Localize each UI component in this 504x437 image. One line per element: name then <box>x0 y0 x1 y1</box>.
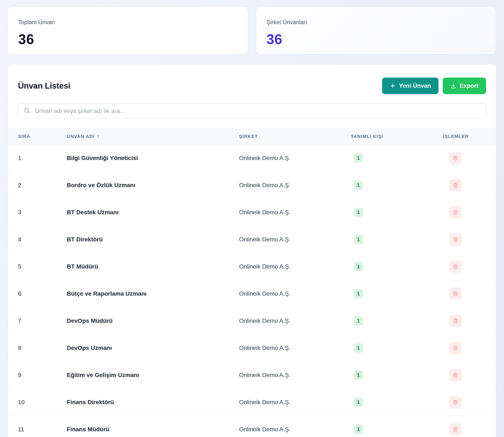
table-row: 7 DevOps Müdürü Onlineik Demo A.Ş. 1 <box>8 307 496 334</box>
column-header-islemler: İşlemler <box>443 134 486 139</box>
actions-cell <box>443 423 486 436</box>
company-name: Onlineik Demo A.Ş. <box>239 236 351 243</box>
sort-ascending-icon: ↑ <box>97 133 100 140</box>
delete-button[interactable] <box>449 342 462 354</box>
delete-button[interactable] <box>449 233 462 246</box>
title-name: Finans Direktörü <box>67 399 239 406</box>
delete-button[interactable] <box>449 423 462 436</box>
trash-icon <box>453 264 458 269</box>
actions-cell <box>443 342 486 354</box>
table-row: 10 Finans Direktörü Onlineik Demo A.Ş. 1 <box>8 389 496 416</box>
delete-button[interactable] <box>449 315 462 327</box>
header-actions: Yeni Ünvan Export <box>382 78 486 94</box>
title-name: BT Direktörü <box>67 236 239 243</box>
export-button-label: Export <box>459 82 478 89</box>
actions-cell <box>443 260 486 273</box>
column-header-sirket[interactable]: Şirket <box>239 134 351 139</box>
assigned-count-badge: 1 <box>354 289 363 298</box>
table-row: 8 DevOps Uzmanı Onlineik Demo A.Ş. 1 <box>8 334 496 362</box>
table-body: 1 Bilgi Güvenliği Yöneticisi Onlineik De… <box>8 145 496 437</box>
title-name: DevOps Müdürü <box>67 318 239 324</box>
actions-cell <box>443 233 486 246</box>
page: Toplam Ünvan 36 Şirket Ünvanları 36 Ünva… <box>0 0 504 437</box>
row-index: 11 <box>18 426 67 433</box>
assigned-count-cell: 1 <box>351 153 443 163</box>
title-list-card: Ünvan Listesi Yeni Ünvan Export <box>8 64 496 437</box>
delete-button[interactable] <box>449 288 462 300</box>
assigned-count-cell: 1 <box>351 208 443 217</box>
assigned-count-badge: 1 <box>354 343 363 353</box>
row-index: 5 <box>18 263 67 270</box>
assigned-count-badge: 1 <box>354 208 363 217</box>
assigned-count-cell: 1 <box>351 289 443 298</box>
table-row: 11 Finans Müdürü Onlineik Demo A.Ş. 1 <box>8 416 496 437</box>
assigned-count-cell: 1 <box>351 262 443 271</box>
actions-cell <box>443 396 486 408</box>
titles-table: Sıra Ünvan Adı ↑ Şirket Tanımlı Kişi İşl… <box>8 129 496 437</box>
title-name: Bilgi Güvenliği Yöneticisi <box>67 155 239 161</box>
trash-icon <box>453 427 458 432</box>
table-row: 4 BT Direktörü Onlineik Demo A.Ş. 1 <box>8 226 496 253</box>
assigned-count-badge: 1 <box>354 425 363 434</box>
assigned-count-badge: 1 <box>354 262 363 271</box>
search-bar <box>18 103 486 119</box>
list-header: Ünvan Listesi Yeni Ünvan Export <box>8 64 496 103</box>
row-index: 9 <box>18 372 67 378</box>
stat-label: Şirket Ünvanları <box>267 19 486 26</box>
column-header-tanimli-kisi[interactable]: Tanımlı Kişi <box>351 134 443 139</box>
company-name: Onlineik Demo A.Ş. <box>239 290 351 297</box>
company-name: Onlineik Demo A.Ş. <box>239 182 351 189</box>
table-row: 5 BT Müdürü Onlineik Demo A.Ş. 1 <box>8 253 496 280</box>
company-name: Onlineik Demo A.Ş. <box>239 345 351 351</box>
assigned-count-badge: 1 <box>354 370 363 380</box>
actions-cell <box>443 315 486 327</box>
assigned-count-cell: 1 <box>351 370 443 380</box>
company-name: Onlineik Demo A.Ş. <box>239 399 351 406</box>
stat-card-total-titles: Toplam Ünvan 36 <box>8 7 248 54</box>
row-index: 6 <box>18 290 67 297</box>
assigned-count-cell: 1 <box>351 235 443 244</box>
actions-cell <box>443 179 486 191</box>
stat-value: 36 <box>18 31 237 47</box>
assigned-count-badge: 1 <box>354 180 363 190</box>
actions-cell <box>443 206 486 218</box>
table-row: 6 Bütçe ve Raporlama Uzmanı Onlineik Dem… <box>8 280 496 307</box>
trash-icon <box>453 399 458 405</box>
delete-button[interactable] <box>449 260 462 273</box>
delete-button[interactable] <box>449 206 462 218</box>
company-name: Onlineik Demo A.Ş. <box>239 155 351 161</box>
stat-label: Toplam Ünvan <box>18 19 237 26</box>
search-input[interactable] <box>18 103 486 119</box>
export-button[interactable]: Export <box>443 78 486 94</box>
assigned-count-badge: 1 <box>354 397 363 407</box>
page-title: Ünvan Listesi <box>18 81 70 90</box>
title-name: Bordro ve Özlük Uzmanı <box>67 182 239 189</box>
search-icon <box>23 107 30 115</box>
delete-button[interactable] <box>449 179 462 191</box>
delete-button[interactable] <box>449 396 462 408</box>
delete-button[interactable] <box>449 152 462 164</box>
title-name: BT Müdürü <box>67 263 239 270</box>
title-name: Eğitim ve Gelişim Uzmanı <box>67 372 239 378</box>
new-title-button[interactable]: Yeni Ünvan <box>382 78 438 94</box>
delete-button[interactable] <box>449 369 462 381</box>
company-name: Onlineik Demo A.Ş. <box>239 318 351 324</box>
title-name: Finans Müdürü <box>67 426 239 433</box>
row-index: 10 <box>18 399 67 406</box>
assigned-count-cell: 1 <box>351 316 443 326</box>
table-row: 9 Eğitim ve Gelişim Uzmanı Onlineik Demo… <box>8 362 496 389</box>
plus-icon <box>390 83 396 89</box>
stat-value: 36 <box>267 31 486 47</box>
assigned-count-cell: 1 <box>351 425 443 434</box>
assigned-count-cell: 1 <box>351 397 443 407</box>
trash-icon <box>453 155 458 161</box>
trash-icon <box>453 372 458 378</box>
row-index: 1 <box>18 155 67 161</box>
table-header-row: Sıra Ünvan Adı ↑ Şirket Tanımlı Kişi İşl… <box>8 129 496 145</box>
column-header-unvan-adi[interactable]: Ünvan Adı ↑ <box>67 133 239 140</box>
trash-icon <box>453 291 458 297</box>
company-name: Onlineik Demo A.Ş. <box>239 209 351 216</box>
actions-cell <box>443 152 486 164</box>
column-header-sira[interactable]: Sıra <box>18 134 67 139</box>
assigned-count-cell: 1 <box>351 343 443 353</box>
